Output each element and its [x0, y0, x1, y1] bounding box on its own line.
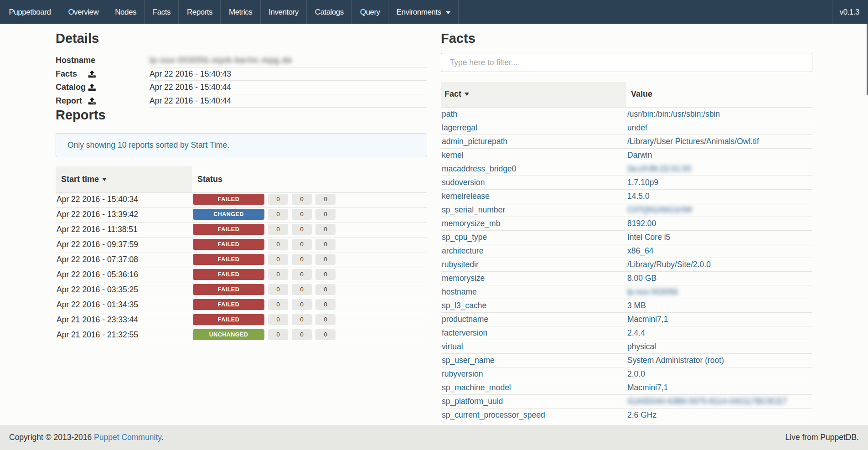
details-label-hostname: Hostname	[56, 54, 150, 67]
report-status-label: UNCHANGED	[193, 329, 264, 340]
fact-value-link[interactable]: 2.0.0	[627, 369, 645, 378]
fact-row: rubysitedir/Library/Ruby/Site/2.0.0	[441, 258, 812, 271]
fact-name-link[interactable]: architecture	[442, 246, 483, 255]
fact-name-link[interactable]: admin_picturepath	[442, 137, 507, 146]
fact-name-link[interactable]: kernel	[442, 150, 464, 160]
fact-name-link[interactable]: sp_platform_uuid	[442, 397, 503, 406]
fact-value-link[interactable]: undef	[627, 123, 647, 132]
footer-copyright-text: Copyright © 2013-2016	[9, 433, 94, 442]
navbar-link-catalogs[interactable]: Catalogs	[307, 0, 351, 24]
reports-alert: Only showing 10 reports sorted by Start …	[56, 133, 427, 157]
navbar-link-reports[interactable]: Reports	[179, 0, 220, 24]
fact-value-link[interactable]: 8.00 GB	[627, 274, 656, 283]
fact-value-cell: Macmini7,1	[626, 312, 812, 326]
footer-copyright-period: .	[161, 433, 164, 442]
fact-value-link[interactable]: C07QN1A6G1HW	[627, 205, 692, 214]
fact-name-link[interactable]: sp_serial_number	[442, 205, 505, 214]
report-count-box: 0	[292, 194, 312, 205]
fact-value-link[interactable]: /usr/bin:/bin:/usr/sbin:/sbin	[627, 109, 720, 119]
fact-name-link[interactable]: rubyversion	[442, 369, 483, 378]
fact-value-link[interactable]: 1.7.10p9	[627, 178, 658, 187]
fact-name-link[interactable]: virtual	[442, 342, 463, 351]
fact-row: rubyversion2.0.0	[441, 367, 812, 381]
fact-value-cell: undef	[626, 121, 812, 134]
fact-value-cell: 3a:c9:86:22:01:00	[626, 162, 812, 176]
fact-value-cell: 2.6 GHz	[626, 408, 812, 422]
scrollbar-thumb[interactable]	[867, 24, 868, 95]
fact-value-cell: Macmini7,1	[626, 381, 812, 394]
fact-name-cell: sp_current_processor_speed	[441, 408, 626, 422]
fact-value-link[interactable]: x86_64	[627, 246, 653, 255]
fact-value-link[interactable]: Macmini7,1	[627, 383, 668, 392]
fact-name-link[interactable]: sp_user_name	[442, 356, 495, 365]
fact-name-link[interactable]: memorysize_mb	[442, 219, 500, 228]
fact-value-link[interactable]: /Library/Ruby/Site/2.0.0	[627, 260, 711, 269]
navbar-link-environments[interactable]: Environments	[388, 0, 458, 24]
report-start-time: Apr 22 2016 - 05:36:16	[56, 268, 192, 283]
navbar-brand[interactable]: Puppetboard	[0, 0, 60, 24]
fact-value-link[interactable]: physical	[627, 342, 656, 351]
navbar-item-inventory: Inventory	[260, 0, 306, 24]
fact-value-cell: 1.7.10p9	[626, 176, 812, 189]
report-status-label: CHANGED	[193, 209, 264, 220]
upload-icon[interactable]	[88, 83, 96, 92]
upload-icon[interactable]	[88, 70, 96, 78]
fact-value-link[interactable]: /Library/User Pictures/Animals/Owl.tif	[627, 137, 759, 146]
details-row: Hostnamelp-osx-003056.mpib-berlin.mpg.de	[56, 54, 427, 67]
fact-name-link[interactable]: macaddress_bridge0	[442, 164, 516, 173]
fact-name-link[interactable]: kernelrelease	[442, 191, 490, 201]
fact-value-link[interactable]: lp-osx-003056	[627, 287, 678, 296]
navbar-link-query[interactable]: Query	[352, 0, 388, 24]
fact-value-link[interactable]: 8192.00	[627, 219, 656, 228]
report-status-cell: FAILED000	[192, 268, 427, 283]
fact-value-link[interactable]: 41A0D040-63B6-5975-8114-0A0117BC9CE7	[627, 397, 787, 406]
fact-value-link[interactable]: Intel Core i5	[627, 233, 670, 242]
report-status-group: FAILED000	[193, 254, 427, 265]
fact-name-link[interactable]: sp_cpu_type	[442, 233, 487, 242]
navbar-item-query: Query	[351, 0, 388, 24]
fact-value-link[interactable]: 3 MB	[627, 301, 646, 310]
report-count-box: 0	[268, 224, 288, 235]
fact-value-link[interactable]: Macmini7,1	[627, 315, 668, 324]
fact-name-cell: rubyversion	[441, 367, 626, 381]
fact-value-cell: System Administrator (root)	[626, 353, 812, 367]
puppet-community-link[interactable]: Puppet Community	[94, 433, 161, 442]
fact-name-link[interactable]: facterversion	[442, 328, 487, 337]
fact-name-link[interactable]: rubysitedir	[442, 260, 479, 269]
facts-column-fact[interactable]: Fact	[441, 82, 626, 107]
fact-name-link[interactable]: lagerregal	[442, 123, 477, 132]
navbar-item-environments: Environments	[388, 0, 459, 24]
fact-name-link[interactable]: sudoversion	[442, 178, 485, 187]
fact-value-link[interactable]: 2.4.4	[627, 328, 645, 337]
report-count-box: 0	[268, 254, 288, 265]
footer-copyright: Copyright © 2013-2016 Puppet Community.	[9, 433, 163, 442]
fact-value-link[interactable]: System Administrator (root)	[627, 356, 724, 365]
fact-name-link[interactable]: path	[442, 109, 457, 119]
fact-name-link[interactable]: memorysize	[442, 274, 485, 283]
details-label-catalog: Catalog	[56, 81, 150, 94]
report-count-box: 0	[315, 314, 336, 325]
reports-column-start-time[interactable]: Start time	[56, 166, 192, 193]
fact-name-link[interactable]: hostname	[442, 287, 477, 296]
fact-value-link[interactable]: 2.6 GHz	[627, 410, 656, 419]
navbar-link-facts[interactable]: Facts	[145, 0, 178, 24]
fact-value-link[interactable]: 14.5.0	[627, 191, 650, 201]
report-status-cell: UNCHANGED000	[192, 328, 427, 343]
fact-name-cell: path	[441, 107, 626, 121]
report-status-cell: FAILED000	[192, 193, 427, 208]
report-status-cell: CHANGED000	[192, 208, 427, 223]
fact-value-link[interactable]: Darwin	[627, 150, 652, 160]
fact-name-link[interactable]: productname	[442, 315, 488, 324]
reports-table: Start time Status Apr 22 2016 - 15:40:34…	[56, 166, 427, 344]
fact-name-link[interactable]: sp_machine_model	[442, 383, 511, 392]
facts-filter-input[interactable]	[441, 53, 812, 72]
node-column: Details Hostnamelp-osx-003056.mpib-berli…	[56, 24, 427, 343]
navbar-link-nodes[interactable]: Nodes	[107, 0, 145, 24]
fact-name-link[interactable]: sp_current_processor_speed	[442, 410, 545, 419]
navbar-link-inventory[interactable]: Inventory	[261, 0, 306, 24]
navbar-link-metrics[interactable]: Metrics	[221, 0, 260, 24]
fact-value-link[interactable]: 3a:c9:86:22:01:00	[627, 164, 691, 173]
navbar-link-overview[interactable]: Overview	[60, 0, 107, 24]
upload-icon[interactable]	[88, 97, 96, 105]
fact-name-link[interactable]: sp_l3_cache	[442, 301, 486, 310]
